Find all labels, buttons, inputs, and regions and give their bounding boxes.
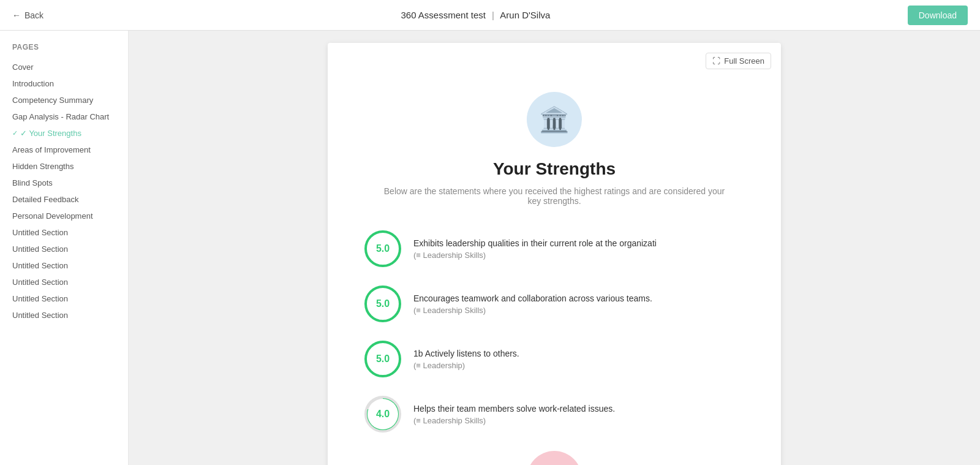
sidebar-item-cover[interactable]: Cover	[0, 59, 128, 75]
bottom-icon: 🩹	[527, 451, 582, 465]
fullscreen-button[interactable]: ⛶ Full Screen	[706, 53, 771, 69]
strength-main-text-0: Exhibits leadership qualities in their c…	[413, 238, 657, 248]
strength-text-block-3: Helps their team members solve work-rela…	[413, 404, 615, 425]
strengths-icon: 🏛️	[539, 105, 570, 134]
page-container: ⛶ Full Screen 🏛️ Your Strengths Below ar…	[328, 43, 781, 465]
sidebar-item-personal-development[interactable]: Personal Development	[0, 208, 128, 224]
title-separator: |	[492, 10, 494, 20]
strength-text-block-0: Exhibits leadership qualities in their c…	[413, 238, 657, 260]
score-circle-1: 5.0	[364, 285, 401, 322]
page-title: Your Strengths	[364, 159, 744, 179]
sidebar-item-untitled-3[interactable]: Untitled Section	[0, 257, 128, 274]
back-label: Back	[24, 10, 43, 20]
main-layout: Pages CoverIntroductionCompetency Summar…	[0, 31, 980, 465]
strength-category-2: (≡ Leadership)	[413, 361, 519, 370]
strength-text-block-1: Encourages teamwork and collaboration ac…	[413, 293, 652, 315]
score-circle-0: 5.0	[364, 230, 401, 267]
strength-items-list: 5.0 Exhibits leadership qualities in the…	[364, 230, 744, 433]
strength-category-3: (≡ Leadership Skills)	[413, 416, 615, 425]
strength-category-0: (≡ Leadership Skills)	[413, 251, 657, 260]
header-title: 360 Assessment test | Arun D'Silva	[401, 10, 550, 20]
page-subtitle: Below are the statements where you recei…	[383, 186, 726, 206]
score-value-2: 5.0	[376, 353, 390, 365]
score-value-1: 5.0	[376, 298, 390, 309]
sidebar-item-untitled-6[interactable]: Untitled Section	[0, 307, 128, 323]
strength-main-text-2: 1b Actively listens to others.	[413, 349, 519, 358]
strength-main-text-3: Helps their team members solve work-rela…	[413, 404, 615, 414]
sidebar-item-detailed-feedback[interactable]: Detailed Feedback	[0, 191, 128, 208]
sidebar-item-hidden-strengths[interactable]: Hidden Strengths	[0, 158, 128, 175]
sidebar-nav: CoverIntroductionCompetency SummaryGap A…	[0, 59, 128, 323]
download-button[interactable]: Download	[908, 6, 968, 25]
sidebar-section-title: Pages	[0, 43, 128, 59]
strength-category-1: (≡ Leadership Skills)	[413, 306, 652, 315]
strength-item-3: 4.0 Helps their team members solve work-…	[364, 396, 744, 433]
strength-main-text-1: Encourages teamwork and collaboration ac…	[413, 293, 652, 303]
assessment-title: 360 Assessment test	[401, 10, 485, 20]
sidebar-item-areas-of-improvement[interactable]: Areas of Improvement	[0, 142, 128, 158]
main-content: ⛶ Full Screen 🏛️ Your Strengths Below ar…	[129, 31, 980, 465]
sidebar-item-blind-spots[interactable]: Blind Spots	[0, 175, 128, 191]
strength-item-2: 5.0 1b Actively listens to others. (≡ Le…	[364, 341, 744, 377]
score-circle-2: 5.0	[364, 341, 401, 377]
score-circle-3: 4.0	[364, 396, 401, 433]
strength-text-block-2: 1b Actively listens to others. (≡ Leader…	[413, 349, 519, 370]
sidebar-item-gap-analysis[interactable]: Gap Analysis - Radar Chart	[0, 108, 128, 125]
score-value-0: 5.0	[376, 243, 390, 254]
app-header: ← Back 360 Assessment test | Arun D'Silv…	[0, 0, 980, 31]
sidebar-item-untitled-5[interactable]: Untitled Section	[0, 290, 128, 307]
subject-name: Arun D'Silva	[500, 10, 550, 20]
sidebar-item-untitled-4[interactable]: Untitled Section	[0, 274, 128, 290]
sidebar: Pages CoverIntroductionCompetency Summar…	[0, 31, 129, 465]
strength-item-0: 5.0 Exhibits leadership qualities in the…	[364, 230, 744, 267]
sidebar-item-untitled-1[interactable]: Untitled Section	[0, 224, 128, 241]
back-arrow-icon: ←	[12, 10, 21, 20]
sidebar-item-untitled-2[interactable]: Untitled Section	[0, 241, 128, 257]
fullscreen-icon: ⛶	[712, 56, 720, 66]
sidebar-item-your-strengths[interactable]: ✓ Your Strengths	[0, 125, 128, 142]
sidebar-item-introduction[interactable]: Introduction	[0, 75, 128, 92]
sidebar-item-competency-summary[interactable]: Competency Summary	[0, 92, 128, 108]
back-button[interactable]: ← Back	[12, 10, 43, 20]
fullscreen-label: Full Screen	[724, 56, 764, 66]
page-icon: 🏛️	[527, 92, 582, 147]
strength-item-1: 5.0 Encourages teamwork and collaboratio…	[364, 285, 744, 322]
score-value-3: 4.0	[368, 399, 398, 429]
